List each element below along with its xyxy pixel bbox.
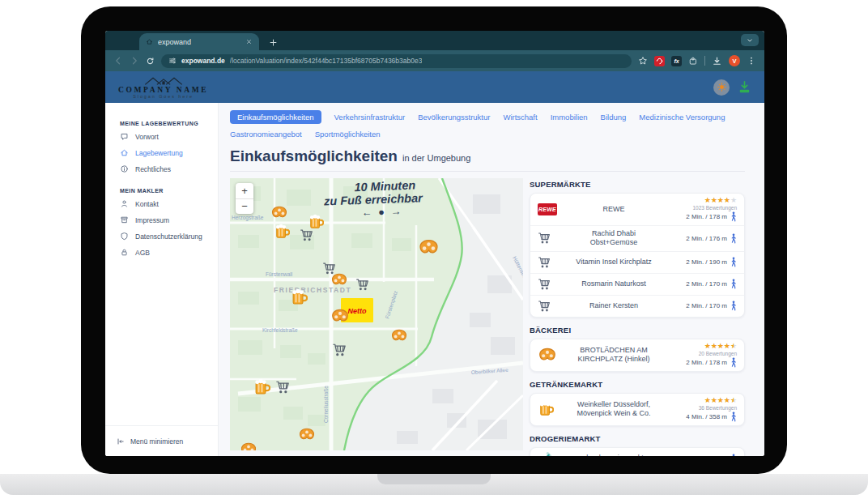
list-item-meta: 5 Min. / 452 m (662, 454, 737, 457)
list-item[interactable]: BROTLÄDCHEN AM KIRCHPLATZ (Hinkel)★★★★★★… (530, 339, 744, 371)
sidebar-item-datenschutzerkl-rung[interactable]: Datenschutzerklärung (105, 228, 218, 244)
category-tab-5[interactable]: Immobilien (551, 113, 588, 122)
review-count: 36 Bewertungen (699, 405, 737, 411)
distance-value: 2 Min. / 178 m (686, 359, 727, 366)
listing-card: dm-drogerie markt5 Min. / 452 m (530, 447, 745, 457)
pretzel-map-marker[interactable] (333, 309, 348, 321)
forward-button[interactable] (130, 56, 139, 66)
sidebar-item-impressum[interactable]: Impressum (105, 211, 218, 228)
sidebar-item-vorwort[interactable]: Vorwort (105, 128, 218, 144)
app-header: COMPANY NAME Slogan Goes here (105, 71, 764, 103)
distance-value: 2 Min. / 178 m (686, 213, 727, 220)
map-zoom-in-button[interactable]: + (236, 183, 253, 198)
chevron-down-icon (746, 36, 754, 45)
sidebar-section-title-1: MEINE LAGEBEWERTUNG (105, 121, 218, 128)
category-tab-7[interactable]: Medizinische Versorgung (639, 113, 725, 122)
map-canvas: HerzogstraßeFürstenwallFRIEDRICHSTADTKir… (230, 178, 523, 450)
list-item[interactable]: Rainer Kersten2 Min. / 170 m (530, 295, 744, 317)
category-tab-3[interactable]: Bevölkerungsstruktur (418, 113, 490, 122)
download-report-button[interactable] (738, 80, 751, 94)
bookmark-star-icon[interactable] (638, 56, 648, 66)
pretzel-map-marker[interactable] (242, 443, 256, 450)
back-button[interactable] (113, 56, 123, 66)
list-item-name: REWE (565, 205, 662, 214)
distance-value: 2 Min. / 170 m (686, 302, 727, 309)
list-item-icon-cell (538, 300, 565, 313)
sidebar-item-lagebewertung[interactable]: Lagebewertung (105, 144, 218, 160)
star-rating: ★★★★★★★★★★ (704, 197, 737, 204)
new-tab-button[interactable] (269, 38, 278, 47)
list-item[interactable]: Weinkeller Düsseldorf, Mövenpick Wein & … (530, 394, 744, 425)
list-item-name: BROTLÄDCHEN AM KIRCHPLATZ (Hinkel) (565, 346, 662, 365)
menu-dots-icon[interactable] (747, 56, 756, 66)
list-item-meta: 2 Min. / 176 m (662, 233, 737, 244)
toolbar-divider (704, 56, 705, 66)
fx-extension-icon[interactable]: fx (671, 56, 682, 66)
sidebar-item-kontakt[interactable]: Kontakt (105, 195, 218, 211)
page-subtitle: in der Umgebung (402, 153, 470, 163)
url-bar[interactable]: expowand.de/locationValuation/index/542f… (161, 54, 632, 68)
site-settings-tune-icon[interactable] (168, 57, 177, 65)
list-item-name: Rosmarin Naturkost (565, 279, 662, 288)
list-item-meta: 2 Min. / 170 m (662, 301, 737, 311)
list-item[interactable]: Rosmarin Naturkost2 Min. / 170 m (530, 273, 744, 295)
extensions-puzzle-icon[interactable] (688, 56, 698, 66)
distance-line: 2 Min. / 178 m (686, 211, 737, 222)
pretzel-map-marker[interactable] (393, 330, 406, 339)
window-chevron-button[interactable] (741, 34, 759, 46)
distance-line: 2 Min. / 178 m (686, 357, 737, 368)
category-tab-1[interactable]: Einkaufsmöglichkeiten (230, 110, 321, 124)
map-zoom-out-button[interactable]: − (236, 198, 253, 214)
distance-line: 2 Min. / 190 m (686, 257, 737, 267)
list-item[interactable]: dm-drogerie markt5 Min. / 452 m (530, 448, 744, 457)
i-pretzel-icon (538, 348, 557, 362)
list-item-meta: ★★★★★★★★★★20 Bewertungen2 Min. / 178 m (662, 343, 737, 368)
collapse-arrow-icon (117, 437, 125, 446)
distance-value: 4 Min. / 358 m (686, 413, 727, 420)
distance-line: 4 Min. / 358 m (686, 412, 737, 422)
category-tab-2[interactable]: Verkehrsinfrastruktur (334, 113, 406, 122)
district-label: FRIEDRICHSTADT (274, 286, 351, 294)
sidebar: MEINE LAGEBEWERTUNGVorwortLagebewertungR… (105, 103, 219, 456)
sidebar-item-agb[interactable]: AGB (105, 244, 218, 260)
i-cart-icon (538, 232, 551, 245)
laptop-base-notch (377, 474, 491, 484)
pretzel-map-marker[interactable] (300, 429, 314, 438)
sidebar-item-label: Rechtliches (135, 165, 171, 173)
distance-line: 5 Min. / 452 m (686, 454, 737, 457)
sidebar-item-rechtliches[interactable]: Rechtliches (105, 160, 218, 177)
list-item-icon-cell (538, 401, 565, 417)
i-walk-icon (730, 279, 737, 289)
pretzel-map-marker[interactable] (273, 207, 287, 216)
list-item-meta: ★★★★★★★★★★36 Bewertungen4 Min. / 358 m (662, 397, 737, 422)
category-tab-6[interactable]: Bildung (601, 113, 627, 122)
category-tab-4[interactable]: Wirtschaft (503, 113, 537, 122)
reload-button[interactable] (146, 57, 155, 66)
pretzel-map-marker[interactable] (420, 241, 437, 253)
list-item-meta: ★★★★★★★★★★1023 Bewertungen2 Min. / 178 m (662, 197, 737, 222)
map[interactable]: HerzogstraßeFürstenwallFRIEDRICHSTADTKir… (230, 178, 523, 450)
browser-toolbar: expowand.de/locationValuation/index/542f… (105, 50, 764, 71)
browser-tab[interactable]: expowand (139, 33, 259, 50)
review-count: 20 Bewertungen (699, 351, 737, 356)
category-tab-8[interactable]: Gastronomieangebot (230, 130, 302, 139)
list-item[interactable]: Vitamin Insel Kirchplatz2 Min. / 190 m (530, 251, 744, 273)
list-item[interactable]: Rachid Dhabi Obst+Gemüse2 Min. / 176 m (530, 225, 744, 251)
theme-sun-button[interactable] (713, 79, 730, 96)
i-brush-icon (538, 451, 552, 456)
pretzel-map-marker[interactable] (333, 274, 347, 284)
downloads-button[interactable] (712, 56, 722, 66)
list-item[interactable]: REWEREWE★★★★★★★★★★1023 Bewertungen2 Min.… (530, 194, 744, 225)
collapse-menu-button[interactable]: Menü minimieren (105, 425, 218, 456)
category-tab-9[interactable]: Sportmöglichkeiten (315, 130, 381, 139)
i-cart-icon (538, 300, 551, 313)
tab-favicon-home-icon (146, 38, 153, 45)
profile-avatar[interactable]: V (729, 55, 740, 66)
list-item-icon-cell (538, 278, 565, 291)
tab-close-icon[interactable] (245, 38, 253, 45)
i-lock-icon (120, 248, 129, 257)
adobe-extension-icon[interactable] (654, 56, 665, 66)
i-walk-icon (730, 357, 737, 368)
sidebar-item-label: Datenschutzerklärung (135, 232, 202, 241)
sidebar-section-title-2: MEIN MAKLER (105, 188, 218, 195)
